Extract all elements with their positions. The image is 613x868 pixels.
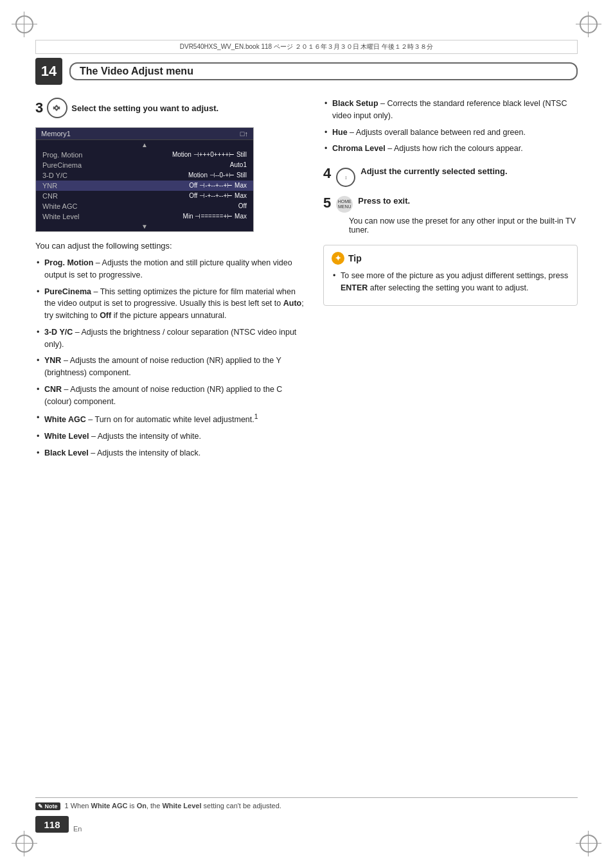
menu-title-bar: Memory1 □↑	[36, 128, 253, 140]
step3-instruction: Select the setting you want to adjust.	[71, 103, 218, 113]
step5-row: 5 HOMEMENU Press to exit.	[323, 196, 578, 213]
step4-number: 4	[323, 166, 331, 181]
menu-row-white-agc: White AGC Off	[36, 201, 253, 211]
header-text: DVR540HXS_WV_EN.book 118 ページ ２０１６年３月３０日 …	[180, 42, 434, 51]
settings-intro: You can adjust the following settings:	[35, 241, 305, 251]
step4-icon: ↕	[336, 168, 355, 187]
step5-sub: You can now use the preset for any other…	[349, 217, 578, 235]
tip-title-text: Tip	[348, 253, 362, 263]
step4-instruction: Adjust the currently selected setting.	[360, 166, 507, 176]
bullet-purecinema: PureCinema – This setting optimizes the …	[35, 286, 305, 322]
menu-row-3dy: 3-D Y/C Motion ⊣--0-+⊢ Still	[36, 170, 253, 181]
home-menu-icon: HOMEMENU	[336, 196, 353, 213]
chapter-title-text: The Video Adjust menu	[80, 66, 193, 77]
step3-row: 3 Select the setting you want to adjust.	[35, 98, 305, 118]
bullet-black-level: Black Level – Adjusts the intensity of b…	[35, 447, 305, 459]
step5-number: 5	[323, 196, 331, 210]
chapter-title: The Video Adjust menu	[69, 62, 578, 80]
tip-icon: ✦	[332, 252, 344, 265]
header-bar: DVR540HXS_WV_EN.book 118 ページ ２０１６年３月３０日 …	[35, 40, 578, 54]
step4-row: 4 ↕ Adjust the currently selected settin…	[323, 166, 578, 187]
bullet-ynr: YNR – Adjusts the amount of noise reduct…	[35, 355, 305, 379]
menu-arrow-up: ▲	[36, 140, 253, 150]
menu-arrow-down: ▼	[36, 222, 253, 231]
bullet-prog-motion: Prog. Motion – Adjusts the motion and st…	[35, 257, 305, 281]
bullet-chroma-level: Chroma Level – Adjusts how rich the colo…	[323, 143, 578, 155]
tip-box: ✦ Tip To see more of the picture as you …	[323, 245, 578, 306]
bullet-3dy: 3-D Y/C – Adjusts the brightness / colou…	[35, 326, 305, 351]
settings-bullet-list: Prog. Motion – Adjusts the motion and st…	[35, 257, 305, 459]
note-icon: ✎ Note	[35, 802, 60, 810]
menu-row-prog-motion: Prog. Motion Motion ⊣+++0++++⊢ Still	[36, 150, 253, 160]
corner-mark-tl	[12, 12, 37, 37]
step3-icon	[47, 98, 67, 118]
corner-mark-br	[576, 831, 601, 856]
corner-mark-bl	[12, 831, 37, 856]
bullet-cnr: CNR – Adjusts the amount of noise reduct…	[35, 384, 305, 408]
step3-number: 3	[35, 100, 43, 116]
tip-bullet-list: To see more of the picture as you adjust…	[332, 270, 569, 294]
chapter-number: 14	[41, 63, 57, 80]
left-column: 3 Select the setting you want to adjust.…	[35, 98, 305, 464]
menu-title: Memory1	[41, 130, 71, 137]
page-lang: En	[73, 825, 82, 833]
chapter-badge: 14	[35, 58, 62, 85]
note-box: ✎ Note 1 When White AGC is On, the White…	[35, 797, 578, 810]
bullet-white-agc: White AGC – Turn on for automatic white …	[35, 412, 305, 426]
bullet-hue: Hue – Adjusts overall balance between re…	[323, 127, 578, 139]
tip-bullet: To see more of the picture as you adjust…	[332, 270, 569, 294]
bullet-white-level: White Level – Adjusts the intensity of w…	[35, 430, 305, 443]
menu-row-cnr: CNR Off ⊣-+--+--+⊢ Max	[36, 191, 253, 201]
right-bullet-list: Black Setup – Corrects the standard refe…	[323, 98, 578, 155]
right-column: Black Setup – Corrects the standard refe…	[323, 98, 578, 306]
menu-row-ynr: YNR Off ⊣-+--+--+⊢ Max	[36, 181, 253, 191]
page-number: 118	[44, 819, 60, 830]
step5-instruction: Press to exit.	[358, 196, 410, 206]
menu-row-white-level: White Level Min ⊣======+⊢ Max	[36, 211, 253, 222]
page-number-box: 118	[35, 816, 69, 833]
tip-title: ✦ Tip	[332, 252, 569, 265]
corner-mark-tr	[576, 12, 601, 37]
menu-screenshot: Memory1 □↑ ▲ Prog. Motion Motion ⊣+++0++…	[35, 127, 254, 232]
note-text: 1 When White AGC is On, the White Level …	[65, 802, 281, 810]
menu-row-purecinema: PureCinema Auto1	[36, 160, 253, 170]
bullet-black-setup: Black Setup – Corrects the standard refe…	[323, 98, 578, 122]
